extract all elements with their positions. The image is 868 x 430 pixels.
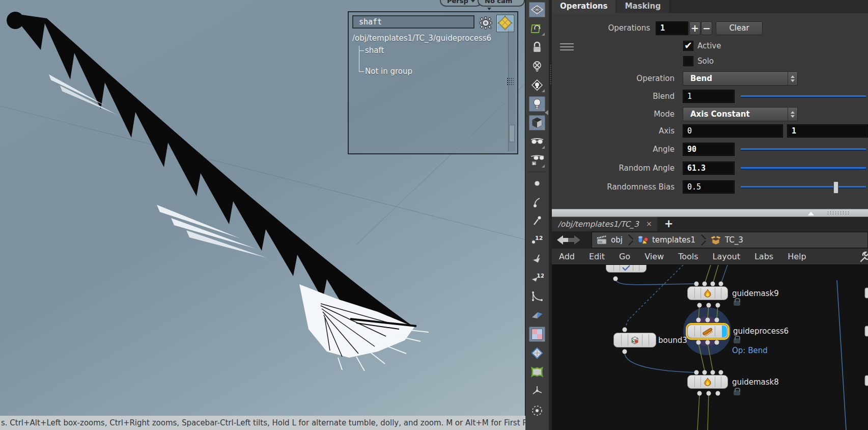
back-button[interactable]	[557, 235, 563, 245]
normal-lighting-icon[interactable]	[529, 96, 545, 112]
clear-operations-button[interactable]: Clear	[716, 21, 763, 35]
panel-collapse-arrow-icon[interactable]	[545, 110, 548, 115]
slider-handle[interactable]	[833, 181, 838, 194]
random-angle-slider[interactable]	[741, 162, 866, 175]
chevron-down-icon	[487, 8, 491, 10]
template-display-icon[interactable]	[529, 327, 545, 342]
node-guideprocess6[interactable]	[687, 325, 728, 338]
group-item-not-in-group[interactable]: Not in group	[365, 67, 412, 76]
menu-help[interactable]: Help	[780, 252, 813, 261]
tab-operations[interactable]: Operations	[552, 0, 615, 13]
node-bound3[interactable]	[613, 333, 656, 347]
node-guidemask9[interactable]	[687, 286, 728, 300]
group-filter-input[interactable]	[352, 15, 474, 29]
panel-scrollbar-thumb[interactable]	[509, 125, 515, 142]
tumble-view-icon[interactable]	[529, 21, 545, 36]
breadcrumb-obj[interactable]: obj	[592, 235, 627, 245]
axis-y-field[interactable]: 1	[787, 124, 868, 138]
add-operation-button[interactable]: +	[689, 21, 701, 35]
prim-hulls-icon[interactable]	[529, 308, 545, 323]
new-tab-button[interactable]: +	[657, 217, 674, 231]
menu-edit[interactable]: Edit	[582, 252, 612, 261]
menu-layout[interactable]: Layout	[706, 252, 747, 261]
profile-curves-icon[interactable]	[529, 289, 545, 304]
primitive-numbers-icon[interactable]: 12	[529, 270, 545, 285]
radial-menu-icon[interactable]	[529, 402, 545, 417]
point-markers-icon[interactable]	[529, 213, 545, 229]
node-label-guidemask9[interactable]: guidemask9	[732, 289, 779, 298]
network-editor[interactable]: guidemask9 guideprocess6 Op: Bend bound3	[552, 265, 868, 430]
shaded-mode-icon[interactable]	[529, 115, 545, 130]
breadcrumb-templates1[interactable]: templates1	[633, 235, 699, 245]
operation-dropdown[interactable]: Bend	[683, 71, 798, 86]
tab-masking[interactable]: Masking	[617, 0, 669, 13]
solo-checkbox[interactable]	[683, 56, 693, 66]
pane-splitter[interactable]	[552, 209, 868, 217]
node-guidemask8[interactable]	[687, 375, 728, 389]
lock-icon	[734, 390, 740, 395]
close-tab-icon[interactable]: ×	[646, 220, 652, 231]
dropdown-spinner-icon	[788, 72, 797, 85]
axis-jack-icon[interactable]	[529, 383, 545, 398]
blend-label: Blend	[573, 92, 675, 101]
mode-dropdown[interactable]: Axis Constant	[683, 107, 798, 121]
forward-button[interactable]	[574, 235, 580, 245]
hook-icon[interactable]	[529, 195, 545, 210]
panel-scrollbar[interactable]	[508, 31, 515, 151]
splitter-grip[interactable]	[827, 211, 850, 216]
splitter-expand-icon[interactable]	[808, 211, 814, 216]
no-cam-menu[interactable]: No cam	[478, 0, 525, 7]
group-color-swatch[interactable]	[499, 45, 508, 59]
network-path-tab[interactable]: /obj/templates1/TC_3 ×	[552, 217, 657, 231]
headlight-icon[interactable]	[529, 77, 545, 93]
angle-field[interactable]: 90	[683, 143, 735, 156]
handles-icon[interactable]	[529, 345, 545, 361]
randomness-bias-field[interactable]: 0.5	[683, 180, 735, 194]
bound-box-icon	[630, 335, 640, 345]
remove-operation-button[interactable]: −	[701, 21, 712, 35]
chevron-down-icon	[471, 0, 475, 3]
menu-tools[interactable]: Tools	[671, 252, 705, 261]
camera-persp-menu[interactable]: Persp	[440, 0, 482, 7]
parameters-panel: Operations Masking Operations 1 + − Clea…	[552, 0, 868, 217]
lights-off-icon[interactable]	[529, 59, 545, 74]
group-diamond-icon	[498, 16, 511, 29]
point-numbers-icon[interactable]: 12	[529, 232, 545, 248]
primitive-normals-icon[interactable]	[529, 251, 545, 266]
wrench-icon[interactable]	[859, 251, 868, 263]
axis-x-field[interactable]: 0	[683, 124, 783, 138]
randomness-bias-slider[interactable]	[741, 180, 866, 194]
group-tree-root-path[interactable]: /obj/templates1/TC_3/guideprocess6	[352, 34, 491, 43]
group-colors-toggle-button[interactable]	[496, 15, 514, 32]
operations-count-field[interactable]: 1	[656, 21, 688, 35]
blend-slider[interactable]	[741, 90, 866, 103]
construction-plane-icon[interactable]	[529, 2, 545, 17]
angle-slider[interactable]	[741, 143, 866, 156]
operation-label: Operation	[573, 74, 675, 83]
group-item-shaft[interactable]: shaft	[365, 46, 384, 55]
node-label-guideprocess6[interactable]: guideprocess6	[733, 327, 789, 336]
node-label-guidemask8[interactable]: guidemask8	[732, 378, 779, 387]
show-points-icon[interactable]	[529, 176, 545, 191]
menu-view[interactable]: View	[637, 252, 671, 261]
blend-field[interactable]: 1	[683, 90, 735, 103]
multiparm-menu-icon[interactable]	[560, 43, 574, 52]
lock-camera-icon[interactable]	[529, 40, 545, 55]
group-overlay-icon[interactable]	[529, 364, 545, 380]
menu-labs[interactable]: Labs	[747, 252, 780, 261]
gear-icon[interactable]	[479, 16, 492, 30]
menu-add[interactable]: Add	[552, 252, 582, 261]
breadcrumb-separator-icon	[701, 234, 705, 246]
comb-icon	[702, 327, 714, 336]
active-checkbox[interactable]: ✔	[683, 41, 693, 51]
random-angle-field[interactable]: 61.3	[683, 162, 735, 175]
node-partial-top[interactable]	[606, 265, 647, 273]
active-checkbox-label: Active	[697, 41, 721, 50]
display-options-glasses-icon[interactable]	[529, 134, 545, 149]
visualizers-icon[interactable]	[529, 153, 545, 168]
node-label-bound3[interactable]: bound3	[658, 336, 687, 345]
display-flag[interactable]	[722, 326, 727, 337]
menu-go[interactable]: Go	[612, 252, 637, 261]
scene-viewport[interactable]: Persp No cam	[0, 0, 525, 416]
breadcrumb-tc3[interactable]: TC_3	[706, 235, 747, 245]
